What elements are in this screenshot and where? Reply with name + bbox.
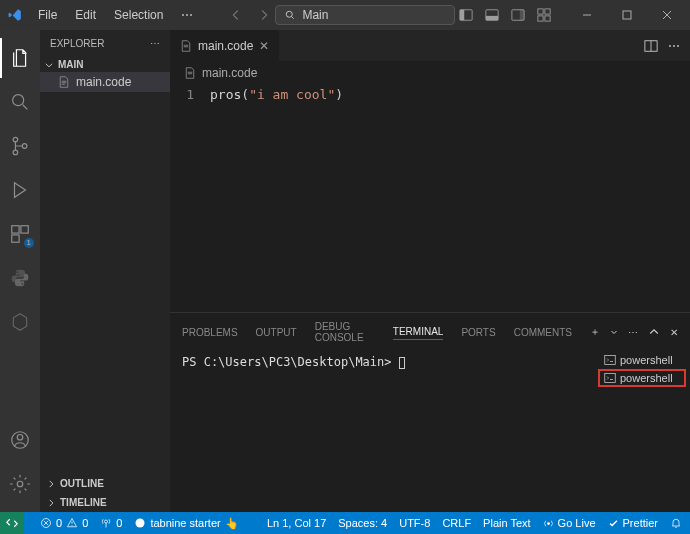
svg-rect-2: [460, 10, 464, 21]
terminal-list: powershell powershell: [600, 351, 690, 512]
panel-more-icon[interactable]: ⋯: [628, 327, 638, 338]
svg-rect-7: [538, 9, 543, 14]
outline-section[interactable]: OUTLINE: [40, 474, 170, 493]
nav-back-icon[interactable]: [229, 8, 243, 22]
close-panel-icon[interactable]: ✕: [670, 327, 678, 338]
svg-rect-23: [605, 356, 616, 365]
svg-point-28: [547, 522, 550, 525]
activity-accounts[interactable]: [0, 420, 40, 460]
terminal-entry-2[interactable]: powershell: [600, 371, 684, 385]
split-editor-icon[interactable]: [644, 39, 658, 53]
status-notifications[interactable]: [670, 517, 682, 529]
status-encoding[interactable]: UTF-8: [399, 517, 430, 529]
new-terminal-icon[interactable]: ＋: [590, 325, 600, 339]
command-center[interactable]: Main: [275, 5, 455, 25]
chevron-right-icon: [46, 498, 56, 508]
status-prettier[interactable]: Prettier: [608, 517, 658, 529]
file-name: main.code: [76, 75, 131, 89]
svg-point-26: [105, 520, 108, 523]
customize-layout-icon[interactable]: [537, 8, 551, 22]
folder-root[interactable]: MAIN: [40, 57, 170, 72]
vscode-logo-icon: [8, 7, 22, 23]
chevron-right-icon: [46, 479, 56, 489]
file-icon: [180, 40, 192, 52]
file-icon: [184, 67, 196, 79]
terminal-content[interactable]: PS C:\Users\PC3\Desktop\Main>: [170, 351, 600, 512]
nav-forward-icon[interactable]: [257, 8, 271, 22]
svg-point-0: [287, 11, 293, 17]
activity-hex-icon[interactable]: [0, 302, 40, 342]
broadcast-icon: [543, 518, 554, 529]
editor-body[interactable]: 1 pros("i am cool"): [170, 84, 690, 312]
terminal-cursor: [399, 357, 405, 369]
maximize-panel-icon[interactable]: [648, 326, 660, 338]
terminal-icon: [604, 372, 616, 384]
svg-point-13: [13, 137, 18, 142]
menu-more[interactable]: ⋯: [173, 4, 201, 26]
svg-rect-6: [520, 10, 524, 21]
panel-tab-output[interactable]: OUTPUT: [256, 325, 297, 340]
toggle-secondary-sidebar-icon[interactable]: [511, 8, 525, 22]
breadcrumb[interactable]: main.code: [170, 62, 690, 84]
svg-rect-11: [623, 11, 631, 19]
toggle-panel-icon[interactable]: [485, 8, 499, 22]
status-eol[interactable]: CRLF: [442, 517, 471, 529]
activity-settings[interactable]: [0, 464, 40, 504]
panel-tab-ports[interactable]: PORTS: [461, 325, 495, 340]
status-problems[interactable]: 0 0: [40, 517, 88, 529]
svg-point-14: [13, 150, 18, 155]
panel-tab-problems[interactable]: PROBLEMS: [182, 325, 238, 340]
status-language[interactable]: Plain Text: [483, 517, 531, 529]
close-button[interactable]: [647, 1, 687, 29]
activity-explorer[interactable]: [0, 38, 40, 78]
svg-rect-18: [12, 235, 19, 242]
tab-close-icon[interactable]: ✕: [259, 39, 269, 53]
terminal-dropdown-icon[interactable]: [610, 328, 618, 336]
window-controls: [567, 1, 687, 29]
terminal-icon: [604, 354, 616, 366]
remote-indicator[interactable]: [0, 512, 24, 534]
menu-selection[interactable]: Selection: [106, 4, 171, 26]
toggle-primary-sidebar-icon[interactable]: [459, 8, 473, 22]
activity-run-debug[interactable]: [0, 170, 40, 210]
status-spaces[interactable]: Spaces: 4: [338, 517, 387, 529]
nav-group: [229, 8, 271, 22]
activity-source-control[interactable]: [0, 126, 40, 166]
menu-bar: File Edit Selection ⋯: [30, 4, 201, 26]
panel-tab-terminal[interactable]: TERMINAL: [393, 324, 444, 340]
status-golive[interactable]: Go Live: [543, 517, 596, 529]
code-content[interactable]: pros("i am cool"): [210, 86, 690, 312]
svg-point-15: [22, 144, 27, 149]
svg-rect-16: [12, 226, 19, 233]
minimize-button[interactable]: [567, 1, 607, 29]
activity-search[interactable]: [0, 82, 40, 122]
editor-tab-main[interactable]: main.code ✕: [170, 30, 279, 62]
status-cursor[interactable]: Ln 1, Col 17: [267, 517, 326, 529]
menu-file[interactable]: File: [30, 4, 65, 26]
status-ports[interactable]: 0: [100, 517, 122, 529]
line-gutter: 1: [170, 86, 210, 312]
menu-edit[interactable]: Edit: [67, 4, 104, 26]
svg-rect-17: [21, 226, 28, 233]
activity-extensions[interactable]: 1: [0, 214, 40, 254]
panel-tab-debug[interactable]: DEBUG CONSOLE: [315, 319, 375, 345]
status-tabnine[interactable]: tabnine starter 👆: [134, 517, 238, 530]
explorer-more-icon[interactable]: ⋯: [150, 38, 160, 49]
activity-python-icon[interactable]: [0, 258, 40, 298]
layout-controls: [459, 8, 551, 22]
svg-point-27: [136, 519, 145, 528]
svg-point-21: [17, 481, 23, 487]
editor-more-icon[interactable]: ⋯: [668, 39, 680, 53]
maximize-button[interactable]: [607, 1, 647, 29]
error-icon: [40, 517, 52, 529]
file-item-main[interactable]: main.code: [40, 72, 170, 92]
search-icon: [284, 9, 296, 21]
explorer-title: EXPLORER: [50, 38, 104, 49]
tab-label: main.code: [198, 39, 253, 53]
terminal-entry-1[interactable]: powershell: [600, 353, 684, 367]
timeline-section[interactable]: TIMELINE: [40, 493, 170, 512]
svg-rect-24: [605, 374, 616, 383]
svg-rect-10: [545, 16, 550, 21]
panel-tab-comments[interactable]: COMMENTS: [514, 325, 572, 340]
check-icon: [608, 518, 619, 529]
